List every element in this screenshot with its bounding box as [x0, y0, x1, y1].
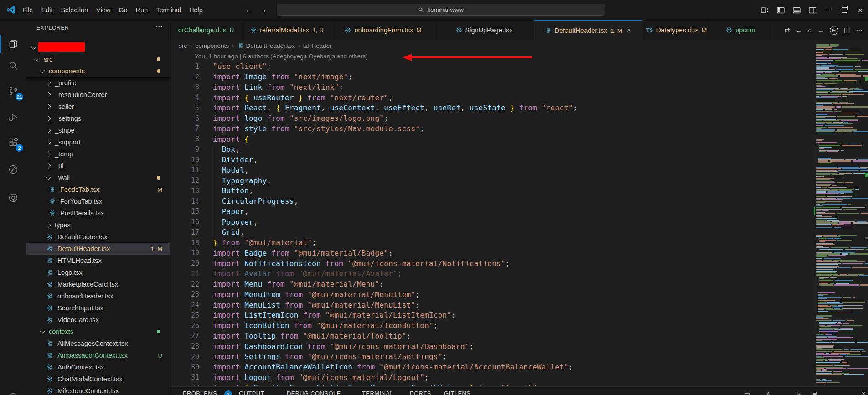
tree-item-_support[interactable]: _support [26, 136, 170, 148]
panel-tab-terminal[interactable]: TERMINAL [362, 390, 393, 395]
tree-item-_temp[interactable]: _temp [26, 148, 170, 160]
open-changes-icon[interactable]: ⇄ [784, 26, 790, 34]
breadcrumb-item[interactable]: Header [311, 42, 331, 49]
explorer-icon[interactable] [0, 33, 26, 55]
menu-go[interactable]: Go [114, 4, 131, 16]
code-line-16[interactable]: 16 Popover, [170, 217, 809, 227]
tab-onboardingform-tsx[interactable]: onboardingForm.tsxM [332, 20, 434, 40]
code-line-6[interactable]: 6import logo from "src/images/logo.png"; [170, 113, 809, 123]
gitlens-blame-codelens[interactable]: You, 1 hour ago | 6 authors (Adegboyega … [195, 53, 368, 60]
code-line-23[interactable]: 23import MenuItem from "@mui/material/Me… [170, 289, 809, 300]
more-actions-icon[interactable]: ⋯ [856, 26, 863, 34]
tree-item-SearchInput.tsx[interactable]: SearchInput.tsx [26, 302, 170, 314]
explorer-more-actions-icon[interactable]: ⋯ [155, 22, 163, 31]
code-line-18[interactable]: 18} from "@mui/material"; [170, 237, 809, 248]
code-line-22[interactable]: 22import Menu from "@mui/material/Menu"; [170, 279, 809, 289]
go-forward-button[interactable]: → [259, 5, 267, 15]
code-line-28[interactable]: 28import DashboardIcon from "@mui/icons-… [170, 341, 809, 352]
panel-close-icon[interactable]: × [862, 390, 865, 395]
search-icon[interactable] [0, 55, 26, 77]
tree-item-Logo.tsx[interactable]: Logo.tsx [26, 267, 170, 278]
tree-item-PostDetails.tsx[interactable]: PostDetails.tsx [26, 207, 170, 219]
code-line-9[interactable]: 9 Box, [170, 144, 809, 155]
run-debug-icon[interactable] [0, 106, 26, 128]
tree-item-MilestoneContext.tsx[interactable]: MilestoneContext.tsx [26, 385, 170, 395]
code-line-13[interactable]: 13 Button, [170, 186, 809, 196]
tree-item-DefaultHeader.tsx[interactable]: DefaultHeader.tsx1, M [26, 243, 170, 255]
code-line-15[interactable]: 15 Paper, [170, 206, 809, 217]
inspect-icon[interactable] [0, 187, 26, 209]
command-center-search[interactable]: kominiti-www [277, 4, 605, 16]
gitlens-icon[interactable] [0, 159, 26, 180]
tree-item-_ui[interactable]: _ui [26, 160, 170, 172]
tree-item-_seller[interactable]: _seller [26, 101, 170, 113]
panel-maximize-icon[interactable]: ∧ [766, 390, 770, 395]
panel-grid-icon[interactable]: ⊞ [796, 390, 802, 395]
tree-item-_stripe[interactable]: _stripe [26, 124, 170, 136]
menu-file[interactable]: File [18, 4, 37, 16]
tree-item-AllMessagesContext.tsx[interactable]: AllMessagesContext.tsx [26, 338, 170, 349]
code-line-25[interactable]: 25import ListItemIcon from "@mui/materia… [170, 310, 809, 321]
code-line-32[interactable]: 32import { Formik, Form, Field, ErrorMes… [170, 383, 809, 386]
code-editor[interactable]: You, 1 hour ago | 6 authors (Adegboyega … [170, 51, 868, 386]
run-icon[interactable]: ▶ [830, 26, 838, 35]
toggle-panel-icon[interactable] [790, 4, 802, 16]
code-line-11[interactable]: 11 Modal, [170, 165, 809, 175]
tree-item-types[interactable]: types [26, 219, 170, 231]
layout-customize-icon[interactable] [759, 4, 770, 16]
breadcrumb-item[interactable]: components [196, 42, 229, 49]
panel-tab-debug-console[interactable]: DEBUG CONSOLE [287, 390, 341, 395]
code-line-30[interactable]: 30import AccountBalanceWalletIcon from "… [170, 362, 809, 372]
tab-upcom[interactable]: upcom [711, 20, 770, 40]
code-line-12[interactable]: 12 Typography, [170, 175, 809, 186]
panel-tab-ports[interactable]: PORTS [410, 390, 431, 395]
tab-orchallenge-d-ts[interactable]: orChallenge.d.tsU [170, 20, 242, 40]
tab-defaultheader-tsx[interactable]: DefaultHeader.tsx1, M× [534, 20, 642, 40]
nav-current-icon[interactable]: ○ [808, 26, 812, 34]
code-line-21[interactable]: 21import Avatar from "@mui/material/Avat… [170, 269, 809, 279]
code-line-17[interactable]: 17 Grid, [170, 227, 809, 238]
tree-item-components[interactable]: components [26, 65, 170, 77]
account-icon[interactable] [0, 386, 26, 395]
code-line-10[interactable]: 10 Divider, [170, 154, 809, 165]
panel-tab-output[interactable]: OUTPUT [239, 390, 264, 395]
tree-item-_wall[interactable]: _wall [26, 172, 170, 184]
panel-view-icon[interactable]: ▣ [811, 390, 817, 395]
tree-item-MarketplaceCard.tsx[interactable]: MarketplaceCard.tsx [26, 278, 170, 290]
code-line-5[interactable]: 5import React, { Fragment, useContext, u… [170, 103, 809, 113]
code-line-14[interactable]: 14 CircularProgress, [170, 196, 809, 206]
menu-help[interactable]: Help [185, 4, 207, 16]
breadcrumb-item[interactable]: DefaultHeader.tsx [246, 42, 295, 49]
menu-terminal[interactable]: Terminal [152, 4, 185, 16]
tree-item-FeedsTab.tsx[interactable]: FeedsTab.tsxM [26, 184, 170, 195]
code-line-19[interactable]: 19import Badge from "@mui/material/Badge… [170, 248, 809, 258]
code-line-20[interactable]: 20import NotificationsIcon from "@mui/ic… [170, 258, 809, 269]
panel-layout-icon[interactable]: ▭ [744, 390, 750, 395]
minimap[interactable] [815, 41, 868, 386]
nav-back-icon[interactable]: ← [796, 26, 802, 34]
tree-item-VideoCard.tsx[interactable]: VideoCard.tsx [26, 314, 170, 326]
code-line-24[interactable]: 24import MenuList from "@mui/material/Me… [170, 300, 809, 310]
code-line-29[interactable]: 29import Settings from "@mui/icons-mater… [170, 352, 809, 362]
breadcrumb-item[interactable]: src [179, 42, 187, 49]
code-line-7[interactable]: 7import style from "src/styles/Nav.modul… [170, 123, 809, 134]
menu-run[interactable]: Run [132, 4, 152, 16]
close-window-button[interactable]: × [854, 4, 866, 16]
tree-item-_profile[interactable]: _profile [26, 77, 170, 89]
toggle-sidebar-icon[interactable] [775, 4, 786, 16]
tree-item-ChatModalContext.tsx[interactable]: ChatModalContext.tsx [26, 373, 170, 385]
code-line-1[interactable]: 1"use client"; [170, 62, 809, 72]
code-line-27[interactable]: 27import Tooltip from "@mui/material/Too… [170, 331, 809, 341]
tab-datatypes-d-ts[interactable]: TSDatatypes.d.tsM [642, 20, 711, 40]
panel-tab-problems[interactable]: PROBLEMS [183, 390, 217, 395]
toggle-secondary-sidebar-icon[interactable] [806, 4, 818, 16]
tree-item-_settings[interactable]: _settings [26, 113, 170, 124]
go-back-button[interactable]: ← [245, 5, 253, 15]
split-editor-icon[interactable]: ◫ [844, 26, 850, 34]
tree-item-src[interactable]: src [26, 53, 170, 65]
restore-button[interactable] [838, 4, 850, 16]
code-line-8[interactable]: 8import { [170, 134, 809, 144]
code-line-3[interactable]: 3import Link from "next/link"; [170, 82, 809, 92]
tab-referralmodal-tsx[interactable]: referralModal.tsx1, U [242, 20, 332, 40]
tree-item-contexts[interactable]: contexts [26, 326, 170, 338]
